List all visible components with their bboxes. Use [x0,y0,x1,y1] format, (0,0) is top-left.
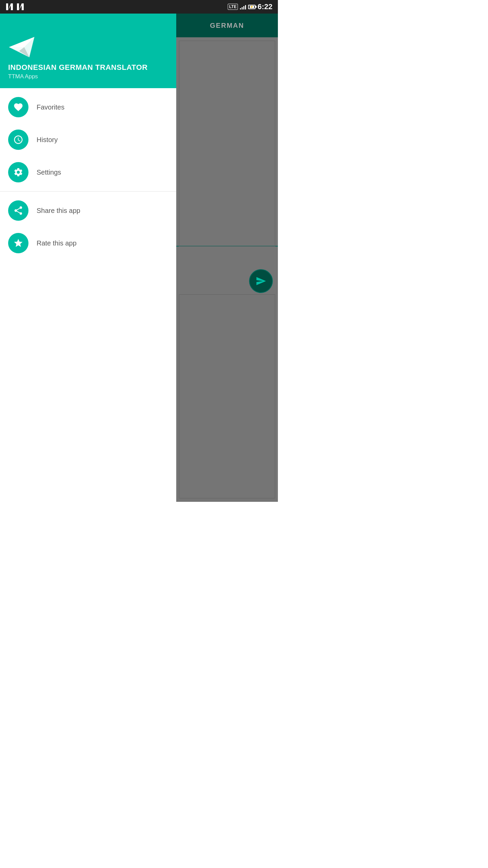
status-bar-left [5,3,24,11]
status-bar-right: LTE ⚡ 6:22 [228,2,272,11]
share-label: Share this app [37,207,80,215]
favorites-icon-circle [8,97,28,117]
translate-button[interactable] [249,269,273,293]
main-panel-content [176,37,278,502]
output-area-border [179,294,275,499]
send-icon [256,276,266,287]
menu-item-rate[interactable]: Rate this app [0,227,176,259]
star-icon [13,238,23,248]
menu-divider [0,191,176,192]
battery-icon: ⚡ [248,5,256,9]
app-name: INDONESIAN GERMAN TRANSLATOR [8,63,168,73]
app-developer: TTMA Apps [8,73,168,80]
drawer-app-info: INDONESIAN GERMAN TRANSLATOR TTMA Apps [8,63,168,80]
menu-item-share[interactable]: Share this app [0,194,176,227]
rate-icon-circle [8,233,28,253]
main-panel-header: GERMAN [176,14,278,37]
share-icon [13,205,23,216]
battery-bolt: ⚡ [250,5,253,8]
drawer-header: INDONESIAN GERMAN TRANSLATOR TTMA Apps [0,14,176,88]
menu-item-history[interactable]: History [0,123,176,156]
heart-icon [13,102,23,112]
status-bar: LTE ⚡ 6:22 [0,0,278,14]
gear-icon [13,167,23,177]
history-label: History [37,136,58,144]
favorites-label: Favorites [37,103,64,111]
svg-marker-0 [6,3,13,10]
history-icon-circle [8,130,28,150]
menu-item-favorites[interactable]: Favorites [0,91,176,123]
rate-label: Rate this app [37,239,77,247]
n-icon-2 [16,3,24,11]
settings-icon-circle [8,162,28,182]
svg-marker-1 [17,3,24,10]
main-content-panel: GERMAN [176,14,278,502]
app-logo [8,37,35,57]
status-time: 6:22 [258,2,272,11]
language-title: GERMAN [210,22,244,29]
n-icon-1 [5,3,14,11]
drawer-menu: Favorites History [0,88,176,502]
share-icon-circle [8,200,28,221]
input-area-border [179,41,275,246]
clock-icon [13,135,23,145]
settings-label: Settings [37,169,61,176]
menu-item-settings[interactable]: Settings [0,156,176,189]
navigation-drawer: INDONESIAN GERMAN TRANSLATOR TTMA Apps F… [0,14,176,502]
paper-plane-icon [8,37,35,57]
signal-icon [240,4,246,9]
main-layout: INDONESIAN GERMAN TRANSLATOR TTMA Apps F… [0,14,278,502]
lte-icon: LTE [228,4,238,10]
